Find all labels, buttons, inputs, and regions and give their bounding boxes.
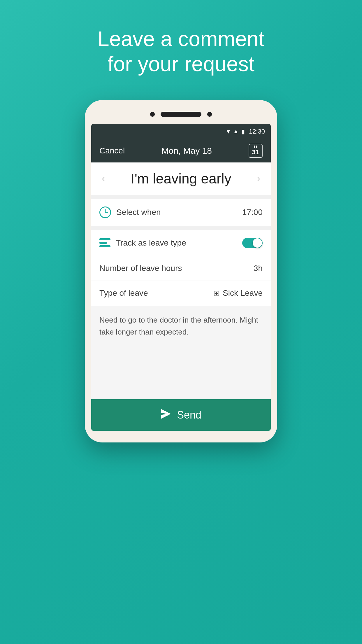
phone-dot-left bbox=[150, 112, 155, 117]
svg-marker-0 bbox=[161, 409, 171, 419]
status-time: 12:30 bbox=[249, 128, 265, 135]
section-divider-1 bbox=[91, 195, 271, 199]
signal-icon: ▲ bbox=[233, 128, 239, 135]
section-divider-2 bbox=[91, 226, 271, 230]
nav-title: I'm leaving early bbox=[105, 171, 257, 187]
send-label: Send bbox=[177, 409, 201, 421]
clock-icon bbox=[99, 206, 111, 218]
app-header: Cancel Mon, May 18 31 bbox=[91, 139, 271, 162]
toggle-knob bbox=[253, 238, 262, 248]
leave-hours-value: 3h bbox=[254, 264, 263, 273]
leave-hours-label: Number of leave hours bbox=[99, 264, 182, 273]
leave-hours-row[interactable]: Number of leave hours 3h bbox=[91, 256, 271, 281]
clock-hand-horizontal bbox=[105, 212, 108, 213]
status-bar: ▾ ▲ ▮ 12:30 bbox=[91, 124, 271, 139]
send-button[interactable]: Send bbox=[91, 399, 271, 431]
calendar-day: 31 bbox=[252, 148, 259, 156]
prev-button[interactable]: ‹ bbox=[102, 172, 105, 185]
select-when-left: Select when bbox=[99, 206, 161, 218]
phone-screen: ▾ ▲ ▮ 12:30 Cancel Mon, May 18 31 ‹ I'm … bbox=[91, 124, 271, 431]
track-leave-row[interactable]: Track as leave type bbox=[91, 230, 271, 256]
track-leave-toggle[interactable] bbox=[242, 238, 263, 248]
status-icons: ▾ ▲ ▮ bbox=[227, 128, 245, 135]
send-icon bbox=[161, 409, 171, 421]
select-when-value: 17:00 bbox=[242, 208, 263, 217]
phone-speaker bbox=[161, 112, 201, 117]
type-of-leave-label: Type of leave bbox=[99, 288, 148, 298]
track-leave-label: Track as leave type bbox=[116, 238, 186, 248]
wifi-icon: ▾ bbox=[227, 128, 230, 135]
battery-icon: ▮ bbox=[242, 128, 245, 135]
cal-ring-right bbox=[256, 146, 257, 148]
navigation-row: ‹ I'm leaving early › bbox=[91, 162, 271, 195]
phone-mockup: ▾ ▲ ▮ 12:30 Cancel Mon, May 18 31 ‹ I'm … bbox=[85, 100, 277, 442]
plus-icon: ⊞ bbox=[213, 288, 220, 298]
type-of-leave-value: Sick Leave bbox=[223, 288, 263, 298]
page-title: Leave a comment for your request bbox=[80, 26, 282, 77]
header-date: Mon, May 18 bbox=[161, 146, 212, 156]
next-button[interactable]: › bbox=[257, 172, 260, 185]
cal-ring-left bbox=[254, 146, 255, 148]
cancel-button[interactable]: Cancel bbox=[99, 146, 125, 155]
leave-bar-1 bbox=[99, 238, 110, 240]
calendar-icon[interactable]: 31 bbox=[249, 144, 263, 158]
leave-type-icon bbox=[99, 238, 110, 247]
track-leave-left: Track as leave type bbox=[99, 238, 186, 248]
select-when-row[interactable]: Select when 17:00 bbox=[91, 199, 271, 226]
type-of-leave-row[interactable]: Type of leave ⊞ Sick Leave bbox=[91, 281, 271, 306]
type-of-leave-right: ⊞ Sick Leave bbox=[213, 288, 263, 298]
phone-dot-right bbox=[207, 112, 212, 117]
comment-section[interactable]: Need to go to the doctor in the afternoo… bbox=[91, 306, 271, 399]
select-when-label: Select when bbox=[116, 208, 161, 217]
leave-bar-2 bbox=[99, 242, 107, 244]
phone-top-bar bbox=[91, 109, 271, 120]
comment-text[interactable]: Need to go to the doctor in the afternoo… bbox=[99, 316, 258, 337]
leave-bar-3 bbox=[99, 245, 110, 247]
